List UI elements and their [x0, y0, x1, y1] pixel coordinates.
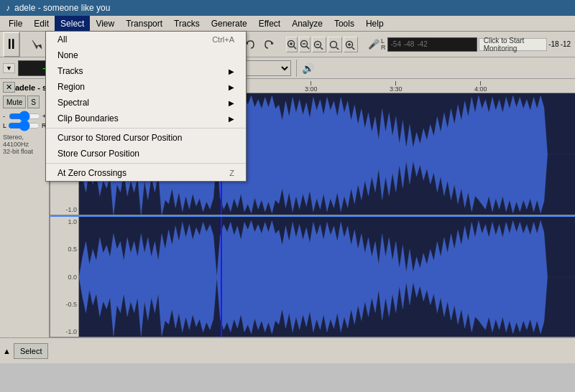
collapse-arrow[interactable]: ▼: [3, 63, 15, 73]
pan-slider[interactable]: [8, 123, 40, 129]
y-bot-1: 1.0: [52, 218, 77, 225]
select-menu-cursor-stored[interactable]: Cursor to Stored Cursor Position: [46, 130, 246, 146]
pan-slider-row: L R: [3, 122, 46, 129]
menu-transport[interactable]: Transport: [120, 16, 168, 31]
menu-select[interactable]: Select: [55, 16, 90, 31]
select-menu-spectral[interactable]: Spectral ▶: [46, 95, 246, 111]
gain-label: -: [3, 113, 7, 120]
menu-edit[interactable]: Edit: [28, 16, 55, 31]
svg-line-29: [321, 47, 323, 50]
gain-slider[interactable]: [9, 113, 41, 119]
redo-button[interactable]: [260, 34, 279, 55]
menu-separator-2: [46, 163, 246, 164]
select-bottom-button[interactable]: Select: [14, 343, 49, 359]
track-sliders: - + L R: [3, 113, 46, 129]
menu-tracks[interactable]: Tracks: [168, 16, 206, 31]
select-menu-all[interactable]: All Ctrl+A: [46, 32, 246, 47]
ruler-tick-5: 4:00: [474, 81, 487, 93]
zoom-out-button[interactable]: [299, 37, 310, 52]
mic-icon[interactable]: 🎤: [368, 39, 380, 50]
svg-line-34: [352, 47, 355, 50]
select-menu-clip-boundaries[interactable]: Clip Boundaries ▶: [46, 111, 246, 126]
svg-point-31: [331, 41, 337, 47]
track-name: adele - s: [15, 83, 46, 92]
menu-tools[interactable]: Tools: [328, 16, 360, 31]
menu-bar: File Edit Select View Transport Tracks G…: [0, 16, 575, 32]
y-bot-5: -1.0: [52, 328, 77, 335]
menu-generate[interactable]: Generate: [206, 16, 253, 31]
close-track-button[interactable]: ✕: [3, 82, 15, 93]
ruler-tick-3: 3:00: [305, 81, 318, 93]
select-dropdown-menu: All Ctrl+A None Tracks ▶ Region ▶ Spectr…: [45, 31, 247, 182]
svg-line-32: [336, 47, 339, 50]
menu-file[interactable]: File: [3, 16, 28, 31]
y-top-3: -1.0: [52, 206, 77, 213]
track-label-area: ✕ adele - s Mute S - + L R Stereo, 44: [0, 79, 49, 337]
pan-label: L: [3, 122, 6, 129]
title-bar: ♪ adele - someone like you: [0, 0, 575, 16]
sep7: [296, 60, 297, 77]
zoom-fit-button[interactable]: [312, 37, 326, 52]
waveform-svg-bottom: [79, 217, 575, 337]
collapse-arrow-bottom[interactable]: ▲: [3, 347, 11, 355]
select-menu-tracks[interactable]: Tracks ▶: [46, 63, 246, 79]
window-title: adele - someone like you: [14, 3, 110, 13]
gain-slider-row: - +: [3, 113, 46, 120]
vu-bar: -54 -48 -42: [387, 37, 477, 52]
click-to-monitor[interactable]: Click to Start Monitoring: [479, 38, 548, 51]
waveform-track-bottom: 1.0 0.5 0.0 -0.5 -1.0: [50, 215, 575, 337]
vol-icon: 🔊: [302, 62, 314, 74]
solo-button[interactable]: S: [27, 95, 40, 108]
track-info: Stereo, 44100Hz32-bit float: [3, 134, 46, 155]
zoom-sel-button[interactable]: [328, 37, 342, 52]
menu-help[interactable]: Help: [360, 16, 390, 31]
svg-line-26: [307, 46, 310, 49]
pause-button[interactable]: ⏸: [3, 32, 20, 57]
y-bot-4: -0.5: [52, 301, 77, 308]
bottom-bar: ▲ Select: [0, 337, 575, 363]
vu-val4: -18: [548, 40, 558, 48]
vu-val3: -42: [417, 40, 427, 48]
menu-effect[interactable]: Effect: [253, 16, 286, 31]
zoom-toggle-button[interactable]: [344, 37, 358, 52]
track-controls: Mute S: [3, 95, 46, 108]
menu-separator-1: [46, 128, 246, 129]
vu-val5: -12: [561, 40, 571, 48]
menu-analyze[interactable]: Analyze: [286, 16, 328, 31]
y-axis-bottom: 1.0 0.5 0.0 -0.5 -1.0: [50, 217, 79, 337]
lr-label: L R: [381, 38, 386, 51]
svg-line-22: [294, 46, 297, 49]
select-menu-zero-crossings[interactable]: At Zero Crossings Z: [46, 165, 246, 181]
vu-val2: -48: [404, 40, 414, 48]
select-menu-region[interactable]: Region ▶: [46, 79, 246, 95]
app-icon: ♪: [6, 3, 10, 13]
tool-select[interactable]: [27, 34, 46, 55]
vu-val1: -54: [391, 40, 401, 48]
y-bot-3: 0.0: [52, 274, 77, 281]
playhead-bottom: [221, 217, 222, 337]
zoom-in-button[interactable]: [286, 37, 298, 52]
select-menu-store-cursor[interactable]: Store Cursor Position: [46, 146, 246, 162]
wave-canvas-bottom[interactable]: [79, 217, 575, 337]
select-menu-none[interactable]: None: [46, 47, 246, 63]
mute-button[interactable]: Mute: [3, 95, 26, 108]
vu-meter-section: 🎤 L R -54 -48 -42 Click to Start Monitor…: [368, 37, 571, 52]
track-panel: ✕ adele - s Mute S - + L R Stereo, 44: [0, 79, 50, 337]
y-bot-2: 0.5: [52, 246, 77, 253]
menu-view[interactable]: View: [90, 16, 120, 31]
ruler-tick-4: 3:30: [390, 81, 402, 93]
